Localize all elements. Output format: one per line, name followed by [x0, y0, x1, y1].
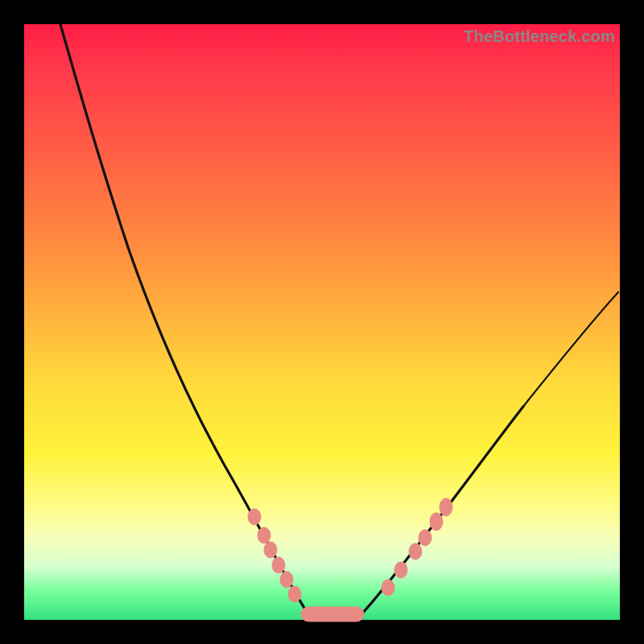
marker-dot: [394, 562, 407, 578]
curve-right-high: [523, 292, 618, 407]
marker-dot: [280, 572, 293, 588]
marker-cluster-right: [382, 498, 452, 596]
marker-valley-bar: [301, 607, 364, 621]
marker-dot: [248, 509, 261, 525]
curve-left: [60, 24, 308, 613]
marker-cluster-left: [248, 509, 301, 602]
marker-dot: [440, 498, 452, 516]
chart-frame: TheBottleneck.com: [0, 0, 644, 644]
curve-svg: [24, 24, 620, 620]
marker-dot: [419, 530, 431, 546]
marker-dot: [264, 542, 277, 558]
marker-dot: [430, 513, 443, 530]
marker-bar: [301, 607, 364, 621]
marker-dot: [409, 543, 422, 559]
marker-dot: [288, 586, 301, 602]
marker-dot: [272, 557, 285, 573]
marker-dot: [258, 527, 270, 543]
marker-dot: [382, 580, 394, 596]
plot-area: TheBottleneck.com: [24, 24, 620, 620]
